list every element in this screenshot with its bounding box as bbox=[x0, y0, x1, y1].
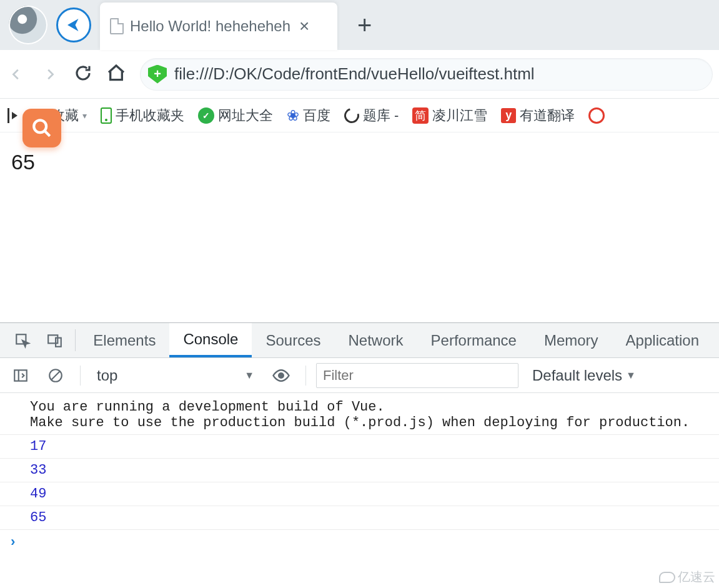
security-shield-icon[interactable]: + bbox=[148, 65, 167, 84]
bookmark-bar: ★ 收藏 ▾ 手机收藏夹 ✓ 网址大全 ❀ 百度 题库 - 简 凌川江雪 y 有… bbox=[0, 99, 719, 132]
forward-button[interactable] bbox=[40, 64, 60, 84]
browser-tab-active[interactable]: Hello World! heheheheh × bbox=[100, 2, 337, 50]
log-levels-selector[interactable]: Default levels ▼ bbox=[532, 367, 636, 384]
console-log-number: 33 bbox=[0, 458, 719, 482]
console-log-number: 49 bbox=[0, 482, 719, 506]
tiku-icon bbox=[342, 105, 362, 126]
svg-line-1 bbox=[44, 131, 50, 136]
separator bbox=[80, 366, 81, 386]
bookmark-label: 凌川江雪 bbox=[432, 106, 487, 125]
bookmark-label: 百度 bbox=[303, 106, 330, 125]
device-toolbar-icon[interactable] bbox=[39, 323, 71, 357]
tab-elements[interactable]: Elements bbox=[79, 323, 169, 357]
console-log-number: 17 bbox=[0, 434, 719, 458]
svg-point-9 bbox=[279, 373, 284, 378]
address-bar[interactable]: + bbox=[140, 58, 713, 91]
tab-title: Hello World! heheheheh bbox=[130, 17, 290, 35]
bookmark-mobile[interactable]: 手机收藏夹 bbox=[101, 106, 184, 125]
sidebar-toggle-icon[interactable] bbox=[7, 108, 20, 123]
bookmark-more[interactable] bbox=[588, 107, 605, 124]
svg-point-0 bbox=[34, 120, 46, 132]
bookmark-lingchuan[interactable]: 简 凌川江雪 bbox=[412, 106, 487, 125]
separator bbox=[305, 366, 306, 386]
console-filter-input[interactable] bbox=[316, 363, 518, 388]
levels-label: Default levels bbox=[532, 367, 622, 384]
context-selector[interactable]: top ▼ bbox=[91, 367, 260, 384]
clear-console-icon[interactable] bbox=[41, 367, 70, 384]
tab-performance[interactable]: Performance bbox=[417, 323, 530, 357]
home-button[interactable] bbox=[106, 63, 126, 86]
bookmark-sep: - bbox=[394, 107, 399, 124]
bookmark-youdao[interactable]: y 有道翻译 bbox=[501, 106, 575, 125]
console-toolbar: top ▼ Default levels ▼ bbox=[0, 358, 719, 393]
cloud-icon bbox=[659, 572, 675, 583]
jian-icon: 简 bbox=[412, 107, 429, 124]
reload-button[interactable] bbox=[74, 64, 92, 85]
search-overlay-button[interactable] bbox=[22, 109, 61, 147]
back-button[interactable] bbox=[6, 64, 26, 84]
url-input[interactable] bbox=[174, 64, 705, 84]
live-expression-icon[interactable] bbox=[267, 366, 295, 385]
bookmark-label: 有道翻译 bbox=[520, 106, 575, 125]
bookmark-label: 手机收藏夹 bbox=[116, 106, 184, 125]
rendered-value: 65 bbox=[11, 150, 35, 174]
tab-application[interactable]: Application bbox=[612, 323, 713, 357]
chevron-down-icon: ▼ bbox=[626, 370, 636, 381]
tab-console[interactable]: Console bbox=[169, 323, 252, 357]
tab-sources[interactable]: Sources bbox=[252, 323, 334, 357]
page-content: 65 bbox=[0, 132, 719, 320]
tab-memory[interactable]: Memory bbox=[530, 323, 612, 357]
red-circle-icon bbox=[588, 107, 605, 124]
bookmark-label: 题库 bbox=[363, 106, 390, 125]
bookmark-baidu[interactable]: ❀ 百度 bbox=[287, 106, 330, 125]
youdao-icon: y bbox=[501, 108, 516, 123]
console-output[interactable]: You are running a development build of V… bbox=[0, 393, 719, 588]
console-log-number: 65 bbox=[0, 506, 719, 529]
360-icon: ✓ bbox=[198, 107, 214, 124]
chevron-down-icon: ▼ bbox=[244, 370, 254, 381]
browser-toolbar: + bbox=[0, 50, 719, 99]
devtools-panel: Elements Console Sources Network Perform… bbox=[0, 322, 719, 588]
devtools-tabbar: Elements Console Sources Network Perform… bbox=[0, 323, 719, 358]
baidu-icon: ❀ bbox=[287, 107, 299, 124]
bookmark-sitelist[interactable]: ✓ 网址大全 bbox=[198, 106, 273, 125]
browser-tab-strip: Hello World! heheheheh × + bbox=[0, 0, 719, 50]
profile-avatar[interactable] bbox=[9, 6, 47, 44]
svg-rect-4 bbox=[56, 337, 61, 346]
separator bbox=[75, 329, 76, 351]
console-log-text: You are running a development build of V… bbox=[0, 393, 719, 434]
console-sidebar-toggle-icon[interactable] bbox=[6, 367, 35, 384]
watermark-text: 亿速云 bbox=[678, 569, 715, 586]
chevron-down-icon: ▾ bbox=[82, 111, 87, 121]
navigation-compass-icon[interactable] bbox=[56, 7, 91, 42]
inspect-element-icon[interactable] bbox=[6, 323, 39, 357]
context-label: top bbox=[97, 367, 117, 384]
tab-network[interactable]: Network bbox=[335, 323, 417, 357]
console-prompt[interactable]: › bbox=[0, 529, 719, 556]
new-tab-button[interactable]: + bbox=[346, 11, 383, 39]
bookmark-tiku[interactable]: 题库 - bbox=[344, 106, 399, 125]
tab-close-icon[interactable]: × bbox=[299, 16, 309, 36]
mobile-icon bbox=[101, 107, 112, 124]
svg-line-8 bbox=[52, 371, 60, 379]
watermark: 亿速云 bbox=[659, 569, 715, 586]
page-icon bbox=[110, 18, 124, 34]
bookmark-label: 网址大全 bbox=[218, 106, 273, 125]
